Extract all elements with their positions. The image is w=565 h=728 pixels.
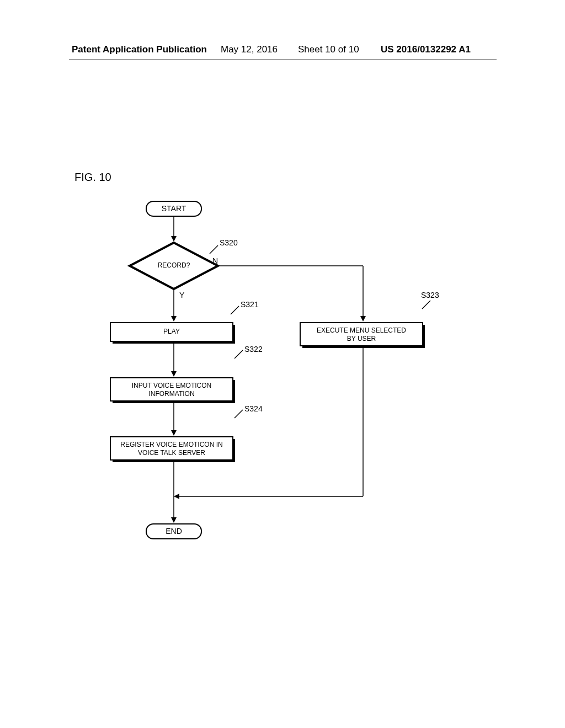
execute-text-l2: BY USER xyxy=(347,335,376,342)
publication-date: May 12, 2016 xyxy=(221,44,278,55)
execute-text-l1: EXECUTE MENU SELECTED xyxy=(317,326,406,334)
start-node: START xyxy=(146,201,201,216)
figure-label: FIG. 10 xyxy=(74,171,111,184)
svg-marker-2 xyxy=(171,236,177,242)
svg-marker-9 xyxy=(171,371,177,377)
flowchart: START RECORD? S320 N Y PLAY S321 xyxy=(105,199,447,563)
step-s322: S322 xyxy=(244,345,263,354)
start-text: START xyxy=(162,204,186,213)
decision-text: RECORD? xyxy=(158,261,190,269)
step-s324: S324 xyxy=(244,404,263,413)
process-execute: EXECUTE MENU SELECTED BY USER xyxy=(300,323,425,348)
input-text-l2: INFORMATION xyxy=(148,390,194,398)
publication-number: US 2016/0132292 A1 xyxy=(381,44,471,55)
svg-marker-17 xyxy=(171,517,177,523)
patent-figure-page: Patent Application Publication May 12, 2… xyxy=(0,0,565,728)
step-s323: S323 xyxy=(421,291,439,299)
play-text: PLAY xyxy=(163,328,180,335)
process-register: REGISTER VOICE EMOTICON IN VOICE TALK SE… xyxy=(110,437,235,462)
svg-marker-21 xyxy=(360,316,366,322)
svg-marker-13 xyxy=(171,430,177,436)
register-text-l1: REGISTER VOICE EMOTICON IN xyxy=(120,441,222,448)
header-rule xyxy=(69,60,497,60)
end-node: END xyxy=(146,524,201,539)
process-play: PLAY xyxy=(110,323,235,344)
process-input: INPUT VOICE EMOTICON INFORMATION xyxy=(110,378,235,403)
svg-marker-5 xyxy=(171,316,177,322)
step-s321: S321 xyxy=(241,300,259,309)
end-text: END xyxy=(166,527,182,536)
step-s320: S320 xyxy=(220,238,238,247)
decision-record: RECORD? xyxy=(130,243,218,289)
decision-y: Y xyxy=(179,291,185,299)
decision-n: N xyxy=(212,256,218,265)
sheet-number: Sheet 10 of 10 xyxy=(298,44,359,55)
input-text-l1: INPUT VOICE EMOTICON xyxy=(132,382,211,389)
svg-marker-26 xyxy=(174,494,179,499)
publication-label: Patent Application Publication xyxy=(72,44,207,55)
register-text-l2: VOICE TALK SERVER xyxy=(138,449,205,457)
